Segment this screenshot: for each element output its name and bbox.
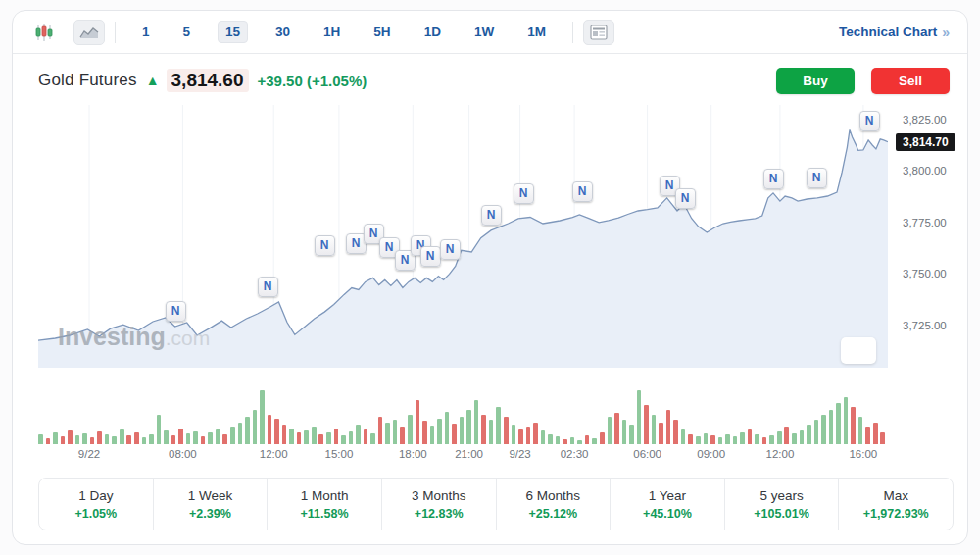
news-marker[interactable]: N (763, 169, 784, 189)
volume-bar (777, 431, 782, 444)
volume-bar (53, 432, 58, 444)
volume-bar (304, 430, 309, 444)
news-marker[interactable]: N (420, 246, 441, 267)
timeframe-5h[interactable]: 5H (368, 22, 396, 42)
volume-bar (769, 435, 774, 444)
news-marker[interactable]: N (859, 111, 880, 131)
volume-bar (533, 423, 538, 444)
volume-bar (385, 423, 390, 444)
volume-bar (349, 431, 354, 444)
toolbar-divider (115, 22, 116, 43)
y-axis-label: 3,825.00 (903, 114, 947, 126)
price-pane[interactable]: Investing.com NNNNNNNNNNNNNNNNNN (38, 105, 888, 368)
chart-control-box[interactable] (841, 337, 876, 364)
news-marker[interactable]: N (258, 277, 278, 297)
volume-bar (178, 429, 183, 444)
volume-bar (68, 430, 73, 444)
volume-bar (201, 436, 206, 444)
x-axis-label: 08:00 (169, 448, 197, 460)
news-marker[interactable]: N (514, 183, 534, 204)
volume-bar (46, 438, 51, 444)
volume-bar (341, 435, 346, 444)
perf-label: 1 Day (78, 488, 113, 503)
news-marker[interactable]: N (315, 235, 335, 256)
volume-bar (792, 433, 797, 444)
volume-bar (496, 407, 501, 444)
last-price-tag: 3,814.70 (896, 133, 956, 151)
volume-bar (134, 432, 139, 444)
timeframe-30[interactable]: 30 (270, 22, 296, 42)
timeframe-1m[interactable]: 1M (521, 22, 552, 42)
volume-bar (466, 410, 471, 444)
x-axis-label: 16:00 (849, 448, 877, 460)
news-marker[interactable]: N (675, 188, 696, 209)
volume-bar (755, 434, 760, 444)
news-panel-icon[interactable] (583, 20, 614, 45)
area-chart-icon[interactable] (74, 20, 105, 45)
volume-bar (326, 432, 331, 444)
news-marker[interactable]: N (807, 168, 827, 188)
volume-bar (704, 433, 709, 444)
volume-bar (97, 431, 102, 444)
perf-value: +45.10% (643, 507, 692, 521)
news-marker[interactable]: N (166, 301, 186, 322)
news-marker[interactable]: N (481, 205, 502, 226)
volume-bar (807, 425, 811, 444)
volume-bar (445, 412, 450, 444)
volume-bar (489, 420, 494, 444)
chevron-right-icon: » (942, 25, 950, 40)
perf-cell-5-years: 5 years+105.01% (725, 479, 840, 530)
timeframe-1w[interactable]: 1W (468, 22, 500, 42)
volume-bar (282, 425, 287, 444)
volume-bar (556, 436, 561, 444)
timeframe-1[interactable]: 1 (136, 22, 156, 42)
volume-bar (61, 436, 66, 444)
volume-bar (318, 434, 323, 444)
sell-button[interactable]: Sell (871, 68, 950, 94)
volume-bar (312, 427, 317, 444)
volume-bar (614, 413, 619, 444)
buy-button[interactable]: Buy (776, 68, 855, 94)
volume-bar (652, 415, 657, 444)
news-marker[interactable]: N (572, 181, 593, 202)
perf-value: +11.58% (301, 507, 349, 521)
technical-chart-link[interactable]: Technical Chart » (839, 25, 950, 40)
volume-bar (829, 410, 834, 444)
volume-bar (673, 420, 678, 444)
volume-bar (126, 435, 131, 444)
candlestick-chart-icon[interactable] (28, 20, 60, 45)
volume-bar (112, 436, 117, 444)
perf-value: +12.83% (415, 507, 464, 521)
x-axis-label: 18:00 (399, 448, 427, 460)
x-axis-label: 15:00 (325, 448, 354, 460)
volume-bar (481, 415, 486, 444)
volume-bar (193, 431, 198, 444)
volume-bar (245, 417, 250, 444)
x-axis-label: 9/23 (509, 448, 530, 460)
volume-bar (681, 429, 686, 444)
perf-label: 6 Months (526, 488, 581, 503)
x-axis-label: 06:00 (633, 448, 662, 460)
volume-bar (364, 429, 368, 444)
volume-bar (548, 434, 553, 444)
volume-bar (216, 429, 220, 444)
volume-bar (800, 430, 805, 444)
timeframe-5[interactable]: 5 (177, 22, 197, 42)
timeframe-15[interactable]: 15 (218, 21, 248, 43)
volume-bar (38, 434, 43, 444)
volume-bar (821, 415, 826, 444)
volume-bar (814, 420, 819, 444)
volume-bar (725, 434, 730, 444)
volume-bar (149, 434, 154, 444)
timeframe-selector: 1515301H5H1D1W1M (125, 21, 563, 43)
volume-pane[interactable] (38, 385, 888, 444)
y-axis-label: 3,750.00 (903, 268, 947, 279)
volume-bar (880, 432, 885, 444)
timeframe-1h[interactable]: 1H (318, 22, 346, 42)
volume-bar (297, 432, 302, 444)
volume-bar (260, 390, 265, 444)
volume-bar (696, 436, 701, 444)
timeframe-1d[interactable]: 1D (418, 22, 447, 42)
news-marker[interactable]: N (440, 239, 461, 260)
perf-value: +2.39% (189, 507, 231, 521)
